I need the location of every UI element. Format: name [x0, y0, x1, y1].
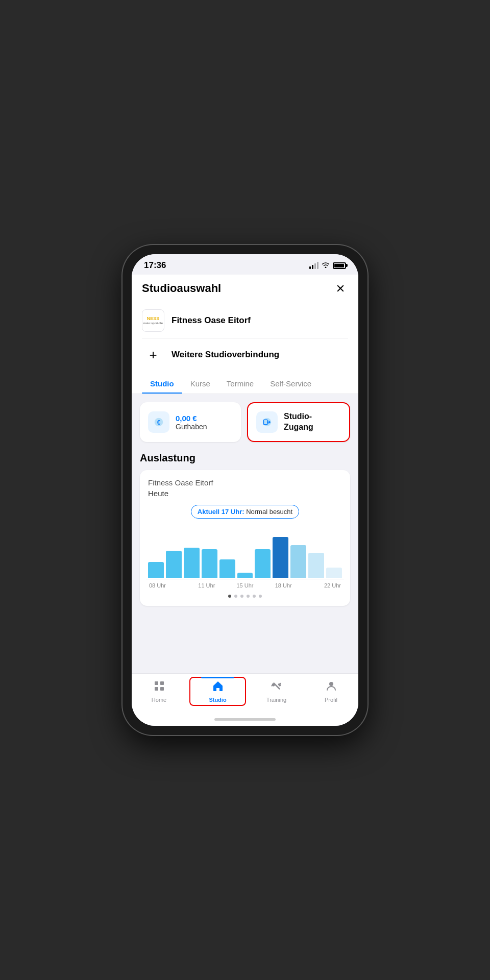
logo-sub-text: natur·sport·life [143, 322, 163, 325]
add-studio-label: Weitere Studioverbindung [172, 350, 279, 360]
status-bar: 17:36 [132, 254, 358, 275]
studio-zugang-label: Studio-Zugang [284, 411, 341, 433]
nav-label-profil: Profil [325, 697, 337, 703]
battery-icon [333, 262, 346, 269]
svg-rect-7 [160, 681, 164, 685]
header-top: Studioauswahl [142, 281, 348, 296]
chart-bar [273, 537, 288, 578]
guthaben-info: 0,00 € Guthaben [176, 414, 233, 431]
studio-zugang-card[interactable]: Studio-Zugang [247, 402, 350, 442]
auslastung-section: Auslastung Fitness Oase Eitorf Heute Akt… [140, 452, 350, 606]
dot-2 [240, 595, 243, 598]
chart-bar [237, 573, 253, 578]
home-grid-icon [153, 680, 165, 695]
chart-bar [166, 551, 182, 578]
tabs-bar: Studio Kurse Termine Self-Service [132, 373, 358, 394]
status-pill: Aktuell 17 Uhr: Normal besucht [191, 505, 299, 519]
chart-bar [184, 548, 200, 578]
nav-item-training[interactable]: Training [249, 678, 304, 705]
chart-bar [326, 568, 342, 578]
home-indicator [132, 715, 358, 726]
phone-frame: 17:36 [122, 245, 368, 735]
chart-bar [202, 549, 217, 578]
status-icons [309, 261, 346, 270]
tab-studio[interactable]: Studio [142, 373, 182, 394]
auslastung-card: Fitness Oase Eitorf Heute Aktuell 17 Uhr… [140, 470, 350, 606]
dot-3 [247, 595, 250, 598]
chart-bar [255, 549, 271, 578]
chart-bar [290, 545, 306, 578]
chart-label-1: 11 Uhr [187, 582, 226, 589]
login-icon-circle [256, 411, 278, 433]
training-dumbbell-icon [271, 680, 283, 695]
studio-logo: NESS natur·sport·life [142, 309, 164, 332]
studio-house-icon [212, 680, 224, 695]
chart-axis-labels: 08 Uhr 11 Uhr 15 Uhr 18 Uhr 22 Uhr [148, 582, 342, 589]
auslastung-day: Heute [148, 489, 342, 498]
wifi-icon [322, 261, 330, 270]
studio-zugang-info: Studio-Zugang [284, 411, 341, 433]
dot-0 [228, 595, 231, 598]
tab-self-service[interactable]: Self-Service [262, 373, 320, 394]
guthaben-value: 0,00 € [176, 414, 233, 423]
status-current-value: Normal besucht [246, 508, 292, 516]
chart-bar [308, 553, 324, 578]
svg-point-15 [329, 682, 333, 686]
add-icon: + [142, 344, 164, 366]
nav-item-home[interactable]: Home [132, 678, 186, 705]
chart-label-2: 15 Uhr [226, 582, 264, 589]
svg-rect-6 [155, 681, 158, 685]
dot-1 [234, 595, 237, 598]
nav-item-studio[interactable]: Studio [189, 677, 246, 706]
chart-label-4: 22 Uhr [303, 582, 341, 589]
cards-row: € 0,00 € Guthaben [140, 402, 350, 442]
svg-text:€: € [157, 419, 161, 426]
bottom-nav: Home Studio [132, 673, 358, 715]
tab-kurse[interactable]: Kurse [182, 373, 218, 394]
euro-icon-circle: € [148, 411, 169, 433]
home-bar [214, 718, 276, 721]
auslastung-title: Auslastung [140, 452, 350, 464]
logo-main-text: NESS [143, 316, 163, 322]
status-time: 17:36 [144, 260, 166, 271]
svg-rect-8 [155, 687, 158, 691]
chart-label-0: 08 Uhr [149, 582, 187, 589]
studio-name: Fitness Oase Eitorf [172, 315, 251, 326]
add-studio-button[interactable]: + Weitere Studioverbindung [142, 338, 348, 373]
signal-icon [309, 262, 318, 269]
bar-chart [148, 533, 342, 579]
nav-label-home: Home [152, 697, 166, 703]
chart-pagination-dots [148, 595, 342, 598]
status-current-label: Aktuell 17 Uhr: [198, 508, 244, 516]
nav-label-training: Training [266, 697, 286, 703]
guthaben-label: Guthaben [176, 423, 233, 431]
chart-bar [219, 559, 235, 578]
main-content: € 0,00 € Guthaben [132, 394, 358, 673]
nav-label-studio: Studio [209, 697, 226, 703]
tab-termine[interactable]: Termine [218, 373, 262, 394]
dot-4 [253, 595, 256, 598]
header: Studioauswahl NESS natur·sport·life Fitn [132, 275, 358, 373]
studio-list-item[interactable]: NESS natur·sport·life Fitness Oase Eitor… [142, 304, 348, 338]
auslastung-studio: Fitness Oase Eitorf [148, 478, 342, 487]
page-title: Studioauswahl [142, 282, 221, 295]
close-button[interactable] [333, 281, 348, 296]
nav-active-indicator [201, 677, 234, 678]
dot-5 [259, 595, 262, 598]
nav-item-profil[interactable]: Profil [304, 678, 358, 705]
profil-person-icon [325, 680, 337, 695]
phone-screen: 17:36 [132, 254, 358, 726]
chart-label-3: 18 Uhr [264, 582, 303, 589]
svg-rect-9 [160, 687, 164, 691]
guthaben-card[interactable]: € 0,00 € Guthaben [140, 402, 241, 442]
chart-bar [148, 562, 164, 578]
